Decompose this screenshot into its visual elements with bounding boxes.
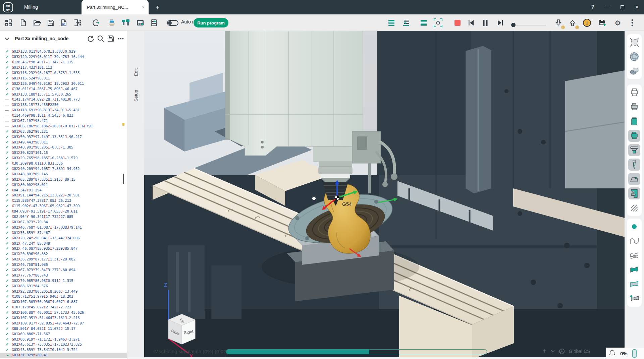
- gcode-line[interactable]: ✓G02X-46.087Y85.935I7.239J85.847: [0, 246, 127, 251]
- control-panel-icon[interactable]: [135, 17, 146, 28]
- cone-steps-icon[interactable]: [628, 144, 640, 156]
- new-tab-button[interactable]: +: [153, 3, 162, 12]
- flag-filled-icon[interactable]: [628, 264, 640, 276]
- save-icon[interactable]: [45, 17, 56, 28]
- open-folder-icon[interactable]: [31, 17, 43, 28]
- cylinder-teal-icon[interactable]: [628, 115, 640, 127]
- gcode-line[interactable]: ✓G03X116.232Y98.187I-0.375J-1.555: [0, 70, 127, 76]
- upload-icon[interactable]: !: [567, 17, 578, 28]
- gcode-line[interactable]: ✓G01X48.801Y89.145: [0, 171, 127, 177]
- gcode-line[interactable]: ✓G02X36.209Y87.177I1.31J-28.082: [0, 257, 127, 262]
- code-lines-dense-icon[interactable]: [418, 17, 429, 28]
- save-code-icon[interactable]: [106, 34, 116, 44]
- point-dot-icon[interactable]: [628, 221, 640, 233]
- gcode-line[interactable]: ✓G02X46.768Y-81.087I-17.038J79.141: [0, 225, 127, 230]
- close-window-button[interactable]: ×: [632, 0, 642, 14]
- drill-bit-icon[interactable]: [628, 159, 640, 171]
- gcode-line[interactable]: ✓X84.693Y-91.519I-17.655J-20.611: [0, 209, 127, 214]
- tab-milling[interactable]: Milling: [19, 0, 43, 14]
- gcode-line[interactable]: ✓G01X46.758Y81.086: [0, 262, 127, 267]
- auto-run-toggle[interactable]: [167, 20, 178, 26]
- stop-button[interactable]: [452, 17, 463, 28]
- gcode-line[interactable]: ✓G02X45.613Y-73.035I-17.102J72.825: [0, 342, 127, 347]
- settings-gear-icon[interactable]: ⚙: [612, 17, 624, 28]
- gcode-line[interactable]: ●G01X31.929Y-80.41: [0, 353, 127, 358]
- coordinate-system-label[interactable]: Global CS: [569, 349, 590, 354]
- gcode-line[interactable]: ✓G02X91.144Y94.215I13.022J-20.931: [0, 193, 127, 198]
- gcode-line[interactable]: —G03X118.691Y96.813I-34.91J-5.431: [0, 108, 127, 113]
- hatch-icon[interactable]: [628, 202, 640, 214]
- gcode-line[interactable]: ✓G01X20.896Y90.882: [0, 251, 127, 257]
- gcode-line[interactable]: ✓G02X92.283Y86.205I8.266J-13.449: [0, 289, 127, 294]
- gcode-line[interactable]: ✓G01X-47.24Y-85.849: [0, 241, 127, 246]
- gcode-line[interactable]: ✓G01X116.524Y98.011: [0, 75, 127, 81]
- gcode-line[interactable]: ✓G03X48.901Y98.205I-0.8J-1.385: [0, 145, 127, 150]
- speed-slider-knob[interactable]: [511, 23, 516, 27]
- add-cs-icon[interactable]: +: [543, 347, 547, 355]
- run-program-button[interactable]: Run program: [194, 18, 228, 27]
- gcode-line[interactable]: ✓G01X35.659Y-87.487: [0, 230, 127, 235]
- gcode-line[interactable]: ✓G01X80.002Y98.011: [0, 182, 127, 187]
- gcode-line[interactable]: ✓G02X109.917Y-52.835I-49.464J-72.97: [0, 320, 127, 326]
- gcode-line[interactable]: ✓G03X107.303Y50.936I4.007J-6.887: [0, 299, 127, 305]
- gcode-line[interactable]: ✓G02X67.073Y79.34I3.277J-80.894: [0, 267, 127, 273]
- chevron-down-icon[interactable]: [551, 350, 555, 353]
- export-file-icon[interactable]: [71, 17, 83, 28]
- apps-grid-icon[interactable]: [3, 17, 14, 28]
- gcode-line[interactable]: ✓G01X49.443Y98.011: [0, 139, 127, 145]
- step-forward-button[interactable]: [494, 17, 506, 28]
- close-tab-icon[interactable]: ×: [142, 5, 145, 10]
- program-panel-icon[interactable]: [148, 17, 160, 28]
- stock-solid-icon[interactable]: [628, 101, 640, 113]
- gcode-line[interactable]: ✓G02X40.209Y94.105I-7.889J-34.952: [0, 166, 127, 172]
- gcode-line[interactable]: —G03X66.186Y98.186Z-28.8I-0.01J-1.6F750: [0, 123, 127, 129]
- gcode-arc-icon[interactable]: [90, 17, 102, 28]
- gcode-line[interactable]: ✓X115.885Y47.378I7.08J-26.213: [0, 198, 127, 203]
- gcode-line[interactable]: —X141.174Y14.69Z-28.7I1.401J0.773: [0, 97, 127, 102]
- gcode-line[interactable]: ✓X128.457Y98.451I-1.147J-1.115: [0, 60, 127, 65]
- fixture-icon[interactable]: [628, 173, 640, 185]
- help-button[interactable]: ?: [588, 0, 598, 14]
- chevron-down-icon[interactable]: [2, 34, 12, 44]
- gcode-line[interactable]: ✓G03X43.839Y-73.541I0.104J-3.724: [0, 347, 127, 353]
- gcode-line[interactable]: ✓X115.902Y-47.396I-65.982J-47.399: [0, 203, 127, 209]
- gcode-line[interactable]: ✓G02X126.049Y46.519I-18.293J-30.011: [0, 81, 127, 86]
- part-teal-icon[interactable]: [628, 130, 640, 142]
- gcode-line[interactable]: ✓X138.011Y14.208I-75.896J-46.467: [0, 86, 127, 92]
- machine-3d-scene[interactable]: G54 Top Front Right Z X: [144, 31, 625, 359]
- tab-part-3x-milling[interactable]: Part 3x milling_NC... ×: [82, 0, 149, 14]
- scrollbar-thumb[interactable]: [123, 174, 124, 184]
- gcode-line[interactable]: ✓G03X66.919Y-71.172I-1.946J-3.271: [0, 337, 127, 342]
- gcode-line[interactable]: —G01X67.107Y98.471: [0, 118, 127, 124]
- curve-icon[interactable]: [628, 235, 640, 247]
- gcode-line[interactable]: ✓G01X63.362Y96.231: [0, 129, 127, 134]
- gcode-line[interactable]: ✓X107.178Y45.622I2.742J-2.723: [0, 305, 127, 310]
- search-icon[interactable]: [96, 34, 106, 44]
- gcode-line[interactable]: ✓G01X67.073Y-79.34: [0, 220, 127, 225]
- flag-marker-icon[interactable]: [628, 293, 640, 305]
- machine-3d-viewport[interactable]: Edit Setup: [127, 31, 625, 359]
- gcode-line[interactable]: ✓G03X107.951Y-51.464I3.161J-2.216: [0, 315, 127, 321]
- notifications-bell-icon[interactable]: [609, 350, 615, 357]
- maximize-button[interactable]: [617, 0, 627, 14]
- gcode-line[interactable]: ✓G02X106.88Y-46.001I-57.173J-45.626: [0, 310, 127, 315]
- sphere-view-icon[interactable]: [628, 51, 640, 63]
- app-logo-icon[interactable]: en cy: [3, 2, 13, 12]
- download-icon[interactable]: !: [553, 17, 564, 28]
- frame-settings-icon[interactable]: ⚙: [432, 17, 444, 28]
- gcode-line[interactable]: ✓G03X50.937Y97.149I-13.351J-96.217: [0, 134, 127, 139]
- gcode-line[interactable]: ✓X84.347Y91.294: [0, 187, 127, 193]
- step-back-button[interactable]: [466, 17, 477, 28]
- gcode-line[interactable]: ✓G01X69.886Y-71.567: [0, 331, 127, 337]
- gcode-line[interactable]: ✓G02X65.289Y87.835I1.215J-89.15: [0, 177, 127, 182]
- gcode-line[interactable]: ✓G03X29.765Y98.185I-0.258J-1.579: [0, 156, 127, 161]
- more-options-icon[interactable]: [116, 34, 126, 44]
- gcode-line[interactable]: —X114.469Y98.181I-4.543J-6.823: [0, 113, 127, 118]
- gcode-line[interactable]: ✓X82.964Y-90.341I17.732J27.885: [0, 214, 127, 220]
- pause-button[interactable]: [480, 17, 491, 28]
- new-file-icon[interactable]: [17, 17, 29, 28]
- flag-half-icon[interactable]: [628, 278, 640, 290]
- gcode-line[interactable]: ✓G03X138.188Y13.7I1.578J0.265: [0, 92, 127, 97]
- gcode-line[interactable]: ✓G02X138.011Y84.678I1.303J0.929: [0, 49, 127, 54]
- flags-outline-icon[interactable]: [628, 249, 640, 261]
